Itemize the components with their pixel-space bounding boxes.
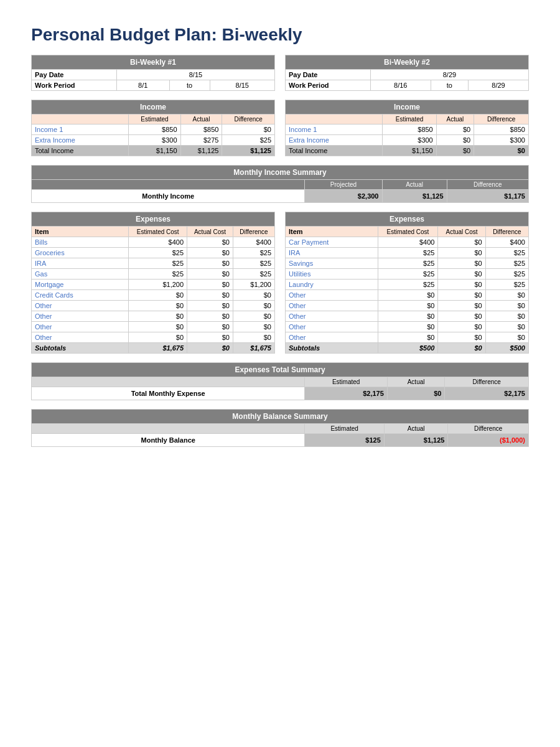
exp2-other2-label: Other [286,301,378,311]
exp2-ira-est: $25 [378,248,438,258]
income1-row2-est: $300 [129,135,180,146]
exp1-bills-diff: $400 [233,237,274,248]
expenses-total-header: Expenses Total Summary [32,363,529,377]
mbs-est-col: Estimated [305,424,384,434]
monthly-balance-summary-table: Monthly Balance Summary Estimated Actual… [31,409,529,447]
exp1-subtotal-label: Subtotals [32,343,129,354]
total-monthly-expense-est: $2,175 [305,387,387,400]
exp2-other1-label: Other [286,290,378,301]
income2-difference-col: Difference [474,115,529,125]
pay-date-label-1: Pay Date [32,70,117,80]
exp2-subtotal-est: $500 [378,343,438,354]
exp1-cc-label: Credit Cards [32,290,129,301]
exp1-mortgage-label: Mortgage [32,280,129,290]
biweekly2-pay-table: Bi-Weekly #2 Pay Date 8/29 Work Period 8… [285,55,529,91]
income1-estimated-col: Estimated [129,115,180,125]
work-period-end-2: 8/29 [469,80,529,91]
exp1-other3-actual: $0 [187,322,233,332]
exp2-savings-est: $25 [378,258,438,269]
exp2-other1-diff: $0 [485,290,528,301]
exp1-groceries-diff: $25 [233,248,274,258]
exp1-mortgage-est: $1,200 [129,280,187,290]
biweekly2-header: Bi-Weekly #2 [286,55,529,70]
mis-difference-col: Difference [447,180,528,190]
income2-row2-label: Extra Income [286,135,383,146]
biweekly2-income-table: Income Estimated Actual Difference Incom… [285,100,529,156]
exp1-ira-actual: $0 [187,258,233,269]
exp1-other2-label: Other [32,311,129,322]
biweekly1-income-table: Income Estimated Actual Difference Incom… [31,100,275,156]
exp1-subtotal-est: $1,675 [129,343,187,354]
income2-row2-actual: $0 [436,135,474,146]
exp2-laundry-est: $25 [378,280,438,290]
total-monthly-expense-label: Total Monthly Expense [32,387,305,400]
income2-estimated-col: Estimated [383,115,436,125]
exp2-other3-est: $0 [378,311,438,322]
exp1-other1-est: $0 [129,301,187,311]
exp2-utilities-actual: $0 [438,269,485,280]
exp2-other5-label: Other [286,332,378,343]
biweekly1-expenses-table: Expenses Item Estimated Cost Actual Cost… [31,212,275,354]
exp1-item-col: Item [32,227,129,237]
monthly-income-difference: $1,175 [447,190,528,203]
exp1-subtotal-diff: $1,675 [233,343,274,354]
total-monthly-expense-diff: $2,175 [445,387,529,400]
exp2-carpayment-actual: $0 [438,237,485,248]
income2-total-est: $1,150 [383,146,436,156]
exp2-carpayment-label: Car Payment [286,237,378,248]
exp2-header: Expenses [286,212,529,227]
income1-total-label: Total Income [32,146,129,156]
income2-actual-col: Actual [436,115,474,125]
ets-diff-col: Difference [445,377,529,387]
exp2-actual-col: Actual Cost [438,227,485,237]
exp1-other4-est: $0 [129,332,187,343]
income2-row1-actual: $0 [436,125,474,135]
biweekly1-header: Bi-Weekly #1 [32,55,275,70]
exp2-carpayment-est: $400 [378,237,438,248]
exp2-other1-est: $0 [378,290,438,301]
monthly-income-summary-table: Monthly Income Summary Projected Actual … [31,165,529,203]
exp2-other3-diff: $0 [485,311,528,322]
monthly-income-projected: $2,300 [305,190,382,203]
income2-row2-est: $300 [383,135,436,146]
monthly-balance-summary-section: Monthly Balance Summary Estimated Actual… [31,409,529,447]
exp1-other3-diff: $0 [233,322,274,332]
income2-header: Income [286,100,529,115]
work-period-label-1: Work Period [32,80,117,91]
income1-header: Income [32,100,275,115]
biweekly1-pay-table: Bi-Weekly #1 Pay Date 8/15 Work Period 8… [31,55,275,91]
income1-item-col [32,115,129,125]
exp1-mortgage-actual: $0 [187,280,233,290]
monthly-balance-label: Monthly Balance [32,434,305,447]
monthly-balance-est: $125 [305,434,384,447]
monthly-balance-actual: $1,125 [384,434,448,447]
mis-actual-col: Actual [382,180,447,190]
exp2-other5-diff: $0 [485,332,528,343]
exp1-other1-actual: $0 [187,301,233,311]
exp1-cc-est: $0 [129,290,187,301]
exp1-actual-col: Actual Cost [187,227,233,237]
pay-date-value-1: 8/15 [116,70,274,80]
income1-row1-label: Income 1 [32,125,129,135]
mis-projected-col: Projected [305,180,382,190]
exp2-other3-label: Other [286,311,378,322]
monthly-balance-header: Monthly Balance Summary [32,410,529,424]
exp1-groceries-label: Groceries [32,248,129,258]
work-period-to-2: to [431,80,468,91]
income2-row1-diff: $850 [474,125,529,135]
exp1-other1-diff: $0 [233,301,274,311]
exp2-other2-actual: $0 [438,301,485,311]
exp2-utilities-diff: $25 [485,269,528,280]
exp1-diff-col: Difference [233,227,274,237]
exp1-mortgage-diff: $1,200 [233,280,274,290]
exp2-savings-diff: $25 [485,258,528,269]
total-monthly-expense-actual: $0 [387,387,445,400]
ets-est-col: Estimated [305,377,387,387]
monthly-income-summary-header: Monthly Income Summary [32,166,529,180]
pay-date-value-2: 8/29 [370,70,528,80]
exp2-carpayment-diff: $400 [485,237,528,248]
exp2-utilities-label: Utilities [286,269,378,280]
exp1-other4-label: Other [32,332,129,343]
exp2-subtotal-diff: $500 [485,343,528,354]
monthly-income-summary-section: Monthly Income Summary Projected Actual … [31,165,529,203]
